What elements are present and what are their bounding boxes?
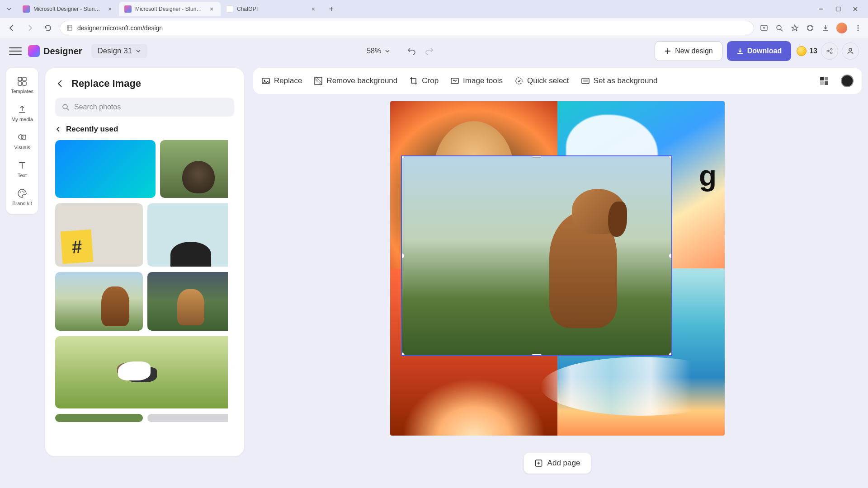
svg-point-24 xyxy=(63,104,67,109)
canvas-stage[interactable]: g xyxy=(253,99,862,436)
resize-handle[interactable] xyxy=(401,253,405,258)
set-bg-icon xyxy=(581,76,590,85)
close-window-button[interactable] xyxy=(851,5,860,14)
resize-handle[interactable] xyxy=(532,155,542,158)
close-icon[interactable]: × xyxy=(208,5,215,13)
svg-point-11 xyxy=(827,50,829,52)
recently-used-header[interactable]: Recently used xyxy=(55,125,234,134)
share-button[interactable] xyxy=(821,42,838,60)
photo-thumbnail[interactable] xyxy=(55,272,143,331)
rail-label: Templates xyxy=(11,89,33,94)
account-button[interactable] xyxy=(842,42,859,60)
quick-select-label: Quick select xyxy=(527,76,569,85)
svg-point-21 xyxy=(20,192,21,192)
remove-background-button[interactable]: Remove background xyxy=(314,76,397,85)
search-photos-input[interactable]: Search photos xyxy=(55,98,234,117)
url-text: designer.microsoft.com/design xyxy=(77,24,163,32)
design-name-dropdown[interactable]: Design 31 xyxy=(91,44,148,58)
photo-grid-scroll[interactable] xyxy=(55,140,228,446)
hamburger-menu[interactable] xyxy=(9,45,22,57)
new-tab-button[interactable]: + xyxy=(325,3,338,15)
minimize-button[interactable] xyxy=(816,5,826,14)
resize-handle[interactable] xyxy=(669,253,672,258)
visuals-icon xyxy=(17,132,28,143)
crop-button[interactable]: Crop xyxy=(409,76,439,85)
back-button[interactable] xyxy=(5,22,18,34)
menu-icon[interactable] xyxy=(854,23,863,33)
profile-avatar[interactable] xyxy=(836,23,847,33)
svg-rect-16 xyxy=(23,77,26,81)
design-artboard[interactable]: g xyxy=(390,101,725,436)
color-swatch[interactable] xyxy=(841,75,854,87)
svg-rect-34 xyxy=(825,77,828,80)
browser-tab[interactable]: ChatGPT × xyxy=(221,2,322,16)
add-page-button[interactable]: Add page xyxy=(524,453,591,474)
extensions-icon[interactable] xyxy=(806,23,815,33)
photo-thumbnail[interactable] xyxy=(55,140,156,198)
photo-thumbnail[interactable] xyxy=(55,203,143,267)
rail-visuals[interactable]: Visuals xyxy=(14,132,30,150)
reload-button[interactable] xyxy=(42,22,54,34)
url-input[interactable]: designer.microsoft.com/design xyxy=(60,21,754,35)
svg-rect-33 xyxy=(820,77,824,80)
app-header: Designer Design 31 58% New design Downlo… xyxy=(0,38,868,64)
svg-rect-36 xyxy=(825,81,828,85)
zoom-value: 58% xyxy=(367,47,381,55)
favicon-icon xyxy=(124,5,132,13)
resize-handle[interactable] xyxy=(669,155,672,159)
tab-search-dropdown[interactable] xyxy=(4,4,14,14)
svg-point-30 xyxy=(516,78,522,84)
redo-button[interactable] xyxy=(423,45,435,57)
bookmark-icon[interactable] xyxy=(790,23,799,33)
coin-icon xyxy=(797,46,807,56)
resize-handle[interactable] xyxy=(401,352,405,356)
install-app-icon[interactable] xyxy=(760,23,769,33)
photo-thumbnail[interactable] xyxy=(147,272,228,331)
quick-select-button[interactable]: Quick select xyxy=(514,76,569,85)
resize-handle[interactable] xyxy=(532,354,542,356)
brand-name: Designer xyxy=(43,46,82,56)
rail-templates[interactable]: Templates xyxy=(11,76,33,94)
panel-back-button[interactable] xyxy=(55,79,65,89)
svg-point-23 xyxy=(24,192,24,192)
download-button[interactable]: Download xyxy=(727,41,791,61)
photo-thumbnail[interactable] xyxy=(160,140,228,198)
more-styles-button[interactable] xyxy=(819,76,829,86)
browser-tab-active[interactable]: Microsoft Designer - Stunning × xyxy=(119,2,221,16)
zoom-icon[interactable] xyxy=(775,23,784,33)
rail-text[interactable]: Text xyxy=(17,160,28,178)
zoom-dropdown[interactable]: 58% xyxy=(367,47,390,55)
photo-thumbnail[interactable] xyxy=(147,203,228,267)
selected-image[interactable] xyxy=(401,155,672,356)
image-context-toolbar: Replace Remove background Crop Image too… xyxy=(253,68,862,94)
maximize-button[interactable] xyxy=(834,5,843,14)
close-icon[interactable]: × xyxy=(310,5,317,13)
image-tools-button[interactable]: Image tools xyxy=(450,76,503,85)
image-tools-label: Image tools xyxy=(463,76,503,85)
favicon-icon xyxy=(226,5,233,13)
credits-pill[interactable]: 13 xyxy=(797,46,817,56)
quick-select-icon xyxy=(514,76,524,85)
replace-label: Replace xyxy=(274,76,302,85)
tab-title: ChatGPT xyxy=(237,6,306,12)
svg-point-10 xyxy=(858,30,859,31)
resize-handle[interactable] xyxy=(669,352,672,356)
set-as-background-button[interactable]: Set as background xyxy=(581,76,658,85)
close-icon[interactable]: × xyxy=(106,5,113,13)
browser-tab[interactable]: Microsoft Designer - Stunning × xyxy=(17,2,119,16)
downloads-icon[interactable] xyxy=(821,23,830,33)
new-design-button[interactable]: New design xyxy=(655,41,722,61)
rail-brand-kit[interactable]: Brand kit xyxy=(12,188,32,206)
rail-my-media[interactable]: My media xyxy=(11,104,33,122)
undo-button[interactable] xyxy=(406,45,418,57)
photo-thumbnail[interactable] xyxy=(55,336,228,408)
text-icon xyxy=(17,160,28,171)
designer-logo[interactable]: Designer xyxy=(28,45,82,57)
panel-title: Replace Image xyxy=(71,78,141,89)
replace-button[interactable]: Replace xyxy=(261,76,302,85)
forward-button[interactable] xyxy=(24,22,36,34)
photo-thumbnail[interactable] xyxy=(147,414,228,422)
resize-handle[interactable] xyxy=(401,155,405,159)
photo-thumbnail[interactable] xyxy=(55,414,143,422)
download-label: Download xyxy=(747,47,782,55)
